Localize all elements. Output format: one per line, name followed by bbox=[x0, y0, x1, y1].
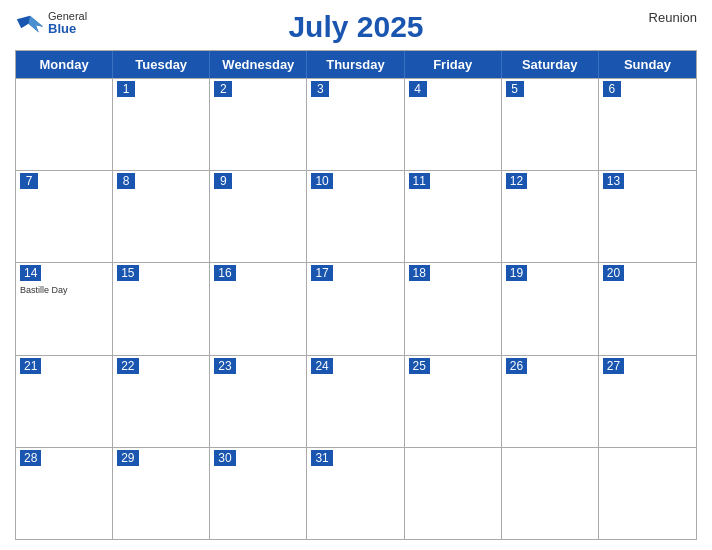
calendar-cell: 0 bbox=[599, 448, 696, 539]
cell-date: 21 bbox=[20, 358, 41, 374]
day-header-sunday: Sunday bbox=[599, 51, 696, 78]
calendar-cell: 22 bbox=[113, 356, 210, 447]
cell-date: 26 bbox=[506, 358, 527, 374]
calendar-cell: 13 bbox=[599, 171, 696, 262]
calendar-cell: 12 bbox=[502, 171, 599, 262]
cell-date: 19 bbox=[506, 265, 527, 281]
calendar-week-1: 0123456 bbox=[16, 78, 696, 170]
cell-event: Bastille Day bbox=[20, 285, 108, 295]
calendar-cell: 25 bbox=[405, 356, 502, 447]
cell-date: 3 bbox=[311, 81, 329, 97]
calendar-cell: 7 bbox=[16, 171, 113, 262]
day-header-thursday: Thursday bbox=[307, 51, 404, 78]
cell-date: 15 bbox=[117, 265, 138, 281]
calendar-cell: 6 bbox=[599, 79, 696, 170]
cell-date: 13 bbox=[603, 173, 624, 189]
cell-date: 8 bbox=[117, 173, 135, 189]
calendar-cell: 10 bbox=[307, 171, 404, 262]
day-header-saturday: Saturday bbox=[502, 51, 599, 78]
cell-date: 24 bbox=[311, 358, 332, 374]
cell-date: 18 bbox=[409, 265, 430, 281]
calendar-week-4: 21222324252627 bbox=[16, 355, 696, 447]
day-header-tuesday: Tuesday bbox=[113, 51, 210, 78]
cell-date: 12 bbox=[506, 173, 527, 189]
calendar-cell: 19 bbox=[502, 263, 599, 354]
day-header-friday: Friday bbox=[405, 51, 502, 78]
cell-date: 4 bbox=[409, 81, 427, 97]
calendar-cell: 27 bbox=[599, 356, 696, 447]
calendar-cell: 11 bbox=[405, 171, 502, 262]
calendar-cell: 18 bbox=[405, 263, 502, 354]
cell-date: 23 bbox=[214, 358, 235, 374]
calendar-cell: 2 bbox=[210, 79, 307, 170]
svg-marker-1 bbox=[29, 16, 44, 33]
calendar-cell: 14Bastille Day bbox=[16, 263, 113, 354]
logo-icon bbox=[15, 12, 45, 34]
calendar-cell: 26 bbox=[502, 356, 599, 447]
calendar-page: General Blue July 2025 Reunion MondayTue… bbox=[0, 0, 712, 550]
calendar-cell: 23 bbox=[210, 356, 307, 447]
calendar-grid: MondayTuesdayWednesdayThursdayFridaySatu… bbox=[15, 50, 697, 540]
cell-date: 25 bbox=[409, 358, 430, 374]
cell-date: 28 bbox=[20, 450, 41, 466]
calendar-week-3: 14Bastille Day151617181920 bbox=[16, 262, 696, 354]
logo-text: General Blue bbox=[48, 10, 87, 36]
day-header-wednesday: Wednesday bbox=[210, 51, 307, 78]
day-header-monday: Monday bbox=[16, 51, 113, 78]
calendar-cell: 31 bbox=[307, 448, 404, 539]
calendar-week-2: 78910111213 bbox=[16, 170, 696, 262]
calendar-body: 01234567891011121314Bastille Day15161718… bbox=[16, 78, 696, 539]
calendar-cell: 28 bbox=[16, 448, 113, 539]
cell-date: 31 bbox=[311, 450, 332, 466]
page-header: General Blue July 2025 Reunion bbox=[15, 10, 697, 44]
cell-date: 20 bbox=[603, 265, 624, 281]
calendar-cell: 30 bbox=[210, 448, 307, 539]
cell-date: 5 bbox=[506, 81, 524, 97]
cell-date: 2 bbox=[214, 81, 232, 97]
calendar-cell: 16 bbox=[210, 263, 307, 354]
calendar-cell: 21 bbox=[16, 356, 113, 447]
cell-date: 14 bbox=[20, 265, 41, 281]
calendar-cell: 9 bbox=[210, 171, 307, 262]
cell-date: 9 bbox=[214, 173, 232, 189]
cell-date: 27 bbox=[603, 358, 624, 374]
cell-date: 10 bbox=[311, 173, 332, 189]
calendar-cell: 24 bbox=[307, 356, 404, 447]
cell-date: 16 bbox=[214, 265, 235, 281]
calendar-cell: 0 bbox=[405, 448, 502, 539]
calendar-cell: 0 bbox=[502, 448, 599, 539]
cell-date: 11 bbox=[409, 173, 430, 189]
cell-date: 7 bbox=[20, 173, 38, 189]
page-title: July 2025 bbox=[288, 10, 423, 44]
logo-blue: Blue bbox=[48, 22, 87, 36]
calendar-cell: 20 bbox=[599, 263, 696, 354]
logo-area: General Blue bbox=[15, 10, 87, 36]
calendar-cell: 4 bbox=[405, 79, 502, 170]
calendar-week-5: 28293031000 bbox=[16, 447, 696, 539]
cell-date: 29 bbox=[117, 450, 138, 466]
region-label: Reunion bbox=[649, 10, 697, 25]
calendar-cell: 17 bbox=[307, 263, 404, 354]
cell-date: 17 bbox=[311, 265, 332, 281]
calendar-cell: 5 bbox=[502, 79, 599, 170]
calendar-cell: 29 bbox=[113, 448, 210, 539]
cell-date: 6 bbox=[603, 81, 621, 97]
cell-date: 30 bbox=[214, 450, 235, 466]
calendar-cell: 15 bbox=[113, 263, 210, 354]
calendar-cell: 1 bbox=[113, 79, 210, 170]
calendar-cell: 0 bbox=[16, 79, 113, 170]
calendar-cell: 8 bbox=[113, 171, 210, 262]
cell-date: 22 bbox=[117, 358, 138, 374]
calendar-cell: 3 bbox=[307, 79, 404, 170]
calendar-header-row: MondayTuesdayWednesdayThursdayFridaySatu… bbox=[16, 51, 696, 78]
cell-date: 1 bbox=[117, 81, 135, 97]
